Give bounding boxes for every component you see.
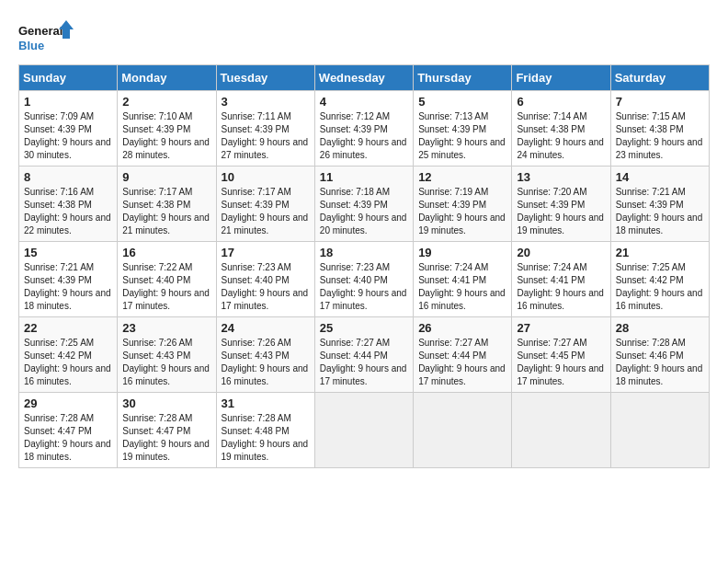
day-info: Sunrise: 7:27 AMSunset: 4:44 PMDaylight:… xyxy=(320,337,408,388)
svg-text:General: General xyxy=(18,24,63,38)
day-info: Sunrise: 7:28 AMSunset: 4:47 PMDaylight:… xyxy=(24,412,112,464)
day-number: 6 xyxy=(517,95,605,109)
calendar-cell xyxy=(314,393,413,468)
calendar-cell: 26 Sunrise: 7:27 AMSunset: 4:44 PMDaylig… xyxy=(414,317,512,393)
calendar-cell: 7 Sunrise: 7:15 AMSunset: 4:38 PMDayligh… xyxy=(610,91,709,167)
calendar-cell: 18 Sunrise: 7:23 AMSunset: 4:40 PMDaylig… xyxy=(314,242,413,317)
calendar-cell xyxy=(414,393,512,468)
day-number: 20 xyxy=(517,246,605,259)
calendar-cell: 24 Sunrise: 7:26 AMSunset: 4:43 PMDaylig… xyxy=(216,317,314,393)
day-info: Sunrise: 7:26 AMSunset: 4:43 PMDaylight:… xyxy=(222,337,310,388)
day-info: Sunrise: 7:22 AMSunset: 4:40 PMDaylight:… xyxy=(122,261,210,313)
day-number: 19 xyxy=(418,246,506,259)
day-info: Sunrise: 7:27 AMSunset: 4:45 PMDaylight:… xyxy=(517,337,605,388)
day-number: 1 xyxy=(24,95,112,109)
week-row-3: 15 Sunrise: 7:21 AMSunset: 4:39 PMDaylig… xyxy=(19,242,710,317)
calendar-cell: 4 Sunrise: 7:12 AMSunset: 4:39 PMDayligh… xyxy=(314,91,413,167)
day-number: 23 xyxy=(122,321,210,335)
calendar-cell xyxy=(512,393,610,468)
week-row-2: 8 Sunrise: 7:16 AMSunset: 4:38 PMDayligh… xyxy=(19,167,710,242)
day-info: Sunrise: 7:24 AMSunset: 4:41 PMDaylight:… xyxy=(418,261,506,313)
day-info: Sunrise: 7:17 AMSunset: 4:38 PMDaylight:… xyxy=(122,186,210,237)
day-number: 13 xyxy=(517,170,605,184)
day-info: Sunrise: 7:24 AMSunset: 4:41 PMDaylight:… xyxy=(517,261,605,313)
day-number: 27 xyxy=(517,321,605,335)
day-info: Sunrise: 7:19 AMSunset: 4:39 PMDaylight:… xyxy=(418,186,506,237)
day-info: Sunrise: 7:25 AMSunset: 4:42 PMDaylight:… xyxy=(616,261,704,313)
day-info: Sunrise: 7:21 AMSunset: 4:39 PMDaylight:… xyxy=(24,261,112,313)
day-number: 28 xyxy=(616,321,704,335)
day-info: Sunrise: 7:28 AMSunset: 4:46 PMDaylight:… xyxy=(616,337,704,388)
day-info: Sunrise: 7:23 AMSunset: 4:40 PMDaylight:… xyxy=(222,261,310,313)
calendar-cell: 5 Sunrise: 7:13 AMSunset: 4:39 PMDayligh… xyxy=(414,91,512,167)
day-number: 14 xyxy=(616,170,704,184)
day-number: 3 xyxy=(222,95,310,109)
calendar-cell: 27 Sunrise: 7:27 AMSunset: 4:45 PMDaylig… xyxy=(512,317,610,393)
calendar-table: SundayMondayTuesdayWednesdayThursdayFrid… xyxy=(18,64,710,468)
weekday-header-sunday: Sunday xyxy=(19,65,118,91)
day-number: 15 xyxy=(24,246,112,259)
logo-svg: General Blue xyxy=(18,18,74,55)
day-info: Sunrise: 7:15 AMSunset: 4:38 PMDaylight:… xyxy=(616,110,704,162)
week-row-5: 29 Sunrise: 7:28 AMSunset: 4:47 PMDaylig… xyxy=(19,393,710,468)
calendar-cell: 8 Sunrise: 7:16 AMSunset: 4:38 PMDayligh… xyxy=(19,167,118,242)
day-info: Sunrise: 7:27 AMSunset: 4:44 PMDaylight:… xyxy=(418,337,506,388)
day-number: 16 xyxy=(122,246,210,259)
calendar-cell: 28 Sunrise: 7:28 AMSunset: 4:46 PMDaylig… xyxy=(610,317,709,393)
day-info: Sunrise: 7:12 AMSunset: 4:39 PMDaylight:… xyxy=(320,110,408,162)
day-info: Sunrise: 7:21 AMSunset: 4:39 PMDaylight:… xyxy=(616,186,704,237)
calendar-cell: 12 Sunrise: 7:19 AMSunset: 4:39 PMDaylig… xyxy=(414,167,512,242)
weekday-header-saturday: Saturday xyxy=(610,65,709,91)
logo: General Blue xyxy=(18,18,74,55)
week-row-4: 22 Sunrise: 7:25 AMSunset: 4:42 PMDaylig… xyxy=(19,317,710,393)
calendar-cell: 6 Sunrise: 7:14 AMSunset: 4:38 PMDayligh… xyxy=(512,91,610,167)
calendar-cell: 29 Sunrise: 7:28 AMSunset: 4:47 PMDaylig… xyxy=(19,393,118,468)
weekday-header-monday: Monday xyxy=(118,65,216,91)
calendar-cell: 19 Sunrise: 7:24 AMSunset: 4:41 PMDaylig… xyxy=(414,242,512,317)
calendar-cell: 21 Sunrise: 7:25 AMSunset: 4:42 PMDaylig… xyxy=(610,242,709,317)
day-info: Sunrise: 7:14 AMSunset: 4:38 PMDaylight:… xyxy=(517,110,605,162)
calendar-cell: 1 Sunrise: 7:09 AMSunset: 4:39 PMDayligh… xyxy=(19,91,118,167)
day-info: Sunrise: 7:28 AMSunset: 4:48 PMDaylight:… xyxy=(222,412,310,464)
calendar-cell: 9 Sunrise: 7:17 AMSunset: 4:38 PMDayligh… xyxy=(118,167,216,242)
day-info: Sunrise: 7:28 AMSunset: 4:47 PMDaylight:… xyxy=(122,412,210,464)
day-number: 2 xyxy=(122,95,210,109)
day-info: Sunrise: 7:17 AMSunset: 4:39 PMDaylight:… xyxy=(222,186,310,237)
day-number: 29 xyxy=(24,396,112,410)
day-info: Sunrise: 7:09 AMSunset: 4:39 PMDaylight:… xyxy=(24,110,112,162)
day-info: Sunrise: 7:18 AMSunset: 4:39 PMDaylight:… xyxy=(320,186,408,237)
day-number: 11 xyxy=(320,170,408,184)
calendar-cell: 31 Sunrise: 7:28 AMSunset: 4:48 PMDaylig… xyxy=(216,393,314,468)
calendar-cell: 11 Sunrise: 7:18 AMSunset: 4:39 PMDaylig… xyxy=(314,167,413,242)
weekday-header-wednesday: Wednesday xyxy=(314,65,413,91)
day-info: Sunrise: 7:13 AMSunset: 4:39 PMDaylight:… xyxy=(418,110,506,162)
day-number: 7 xyxy=(616,95,704,109)
calendar-cell: 30 Sunrise: 7:28 AMSunset: 4:47 PMDaylig… xyxy=(118,393,216,468)
calendar-cell: 15 Sunrise: 7:21 AMSunset: 4:39 PMDaylig… xyxy=(19,242,118,317)
day-info: Sunrise: 7:20 AMSunset: 4:39 PMDaylight:… xyxy=(517,186,605,237)
day-number: 10 xyxy=(222,170,310,184)
day-number: 5 xyxy=(418,95,506,109)
day-number: 31 xyxy=(222,396,310,410)
weekday-header-row: SundayMondayTuesdayWednesdayThursdayFrid… xyxy=(19,65,710,91)
day-info: Sunrise: 7:11 AMSunset: 4:39 PMDaylight:… xyxy=(222,110,310,162)
calendar-cell: 20 Sunrise: 7:24 AMSunset: 4:41 PMDaylig… xyxy=(512,242,610,317)
calendar-cell: 3 Sunrise: 7:11 AMSunset: 4:39 PMDayligh… xyxy=(216,91,314,167)
day-info: Sunrise: 7:26 AMSunset: 4:43 PMDaylight:… xyxy=(122,337,210,388)
day-number: 25 xyxy=(320,321,408,335)
day-number: 30 xyxy=(122,396,210,410)
calendar-cell: 23 Sunrise: 7:26 AMSunset: 4:43 PMDaylig… xyxy=(118,317,216,393)
day-number: 18 xyxy=(320,246,408,259)
page-header: General Blue xyxy=(18,18,710,55)
day-number: 12 xyxy=(418,170,506,184)
day-number: 21 xyxy=(616,246,704,259)
weekday-header-friday: Friday xyxy=(512,65,610,91)
weekday-header-thursday: Thursday xyxy=(414,65,512,91)
calendar-cell: 2 Sunrise: 7:10 AMSunset: 4:39 PMDayligh… xyxy=(118,91,216,167)
calendar-cell: 13 Sunrise: 7:20 AMSunset: 4:39 PMDaylig… xyxy=(512,167,610,242)
day-number: 24 xyxy=(222,321,310,335)
day-number: 8 xyxy=(24,170,112,184)
calendar-cell: 16 Sunrise: 7:22 AMSunset: 4:40 PMDaylig… xyxy=(118,242,216,317)
weekday-header-tuesday: Tuesday xyxy=(216,65,314,91)
calendar-cell: 10 Sunrise: 7:17 AMSunset: 4:39 PMDaylig… xyxy=(216,167,314,242)
